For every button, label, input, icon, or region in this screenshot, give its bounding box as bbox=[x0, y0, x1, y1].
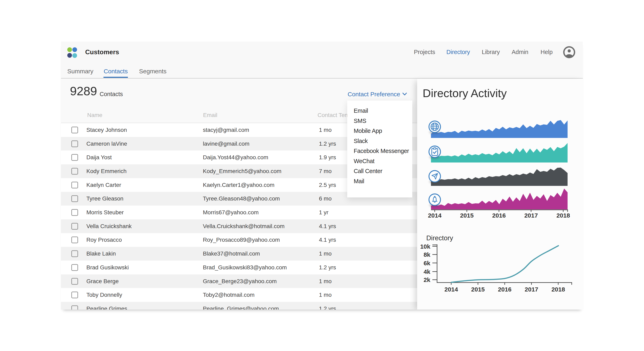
svg-text:4k: 4k bbox=[424, 268, 430, 275]
svg-text:2017: 2017 bbox=[524, 212, 538, 219]
svg-text:2016: 2016 bbox=[492, 212, 506, 219]
svg-text:Directory: Directory bbox=[426, 234, 453, 242]
svg-text:6k: 6k bbox=[424, 260, 430, 267]
svg-text:10k: 10k bbox=[420, 243, 430, 250]
svg-text:2016: 2016 bbox=[498, 286, 512, 293]
svg-text:2015: 2015 bbox=[471, 286, 485, 293]
svg-text:2017: 2017 bbox=[525, 286, 538, 293]
svg-text:2018: 2018 bbox=[556, 212, 570, 219]
svg-text:2018: 2018 bbox=[552, 286, 565, 293]
svg-text:2k: 2k bbox=[424, 277, 430, 283]
svg-text:2015: 2015 bbox=[460, 212, 474, 219]
svg-text:2014: 2014 bbox=[444, 286, 458, 293]
svg-text:2014: 2014 bbox=[428, 212, 442, 219]
svg-text:8k: 8k bbox=[424, 251, 430, 258]
